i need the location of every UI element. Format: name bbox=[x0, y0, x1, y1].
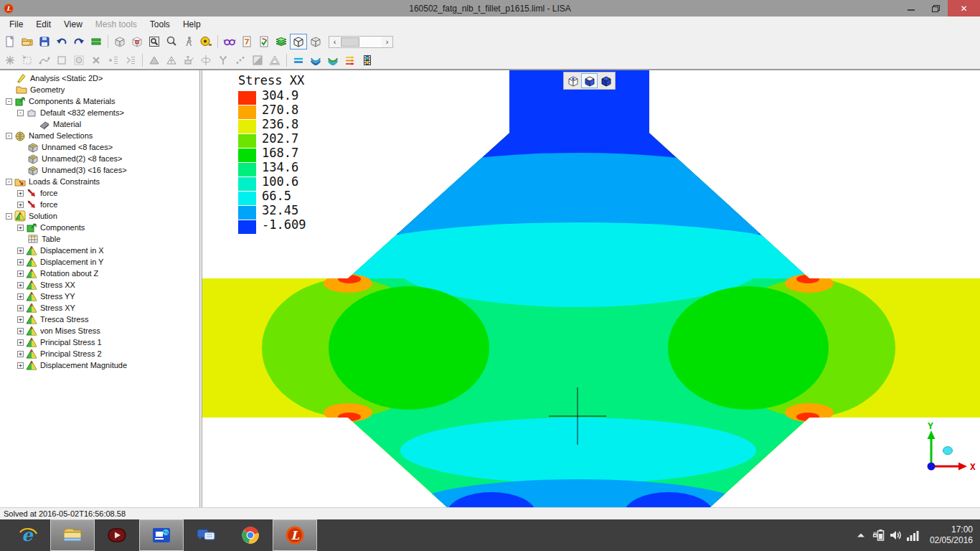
tree-item-named-selections[interactable]: -Named Selections bbox=[0, 130, 199, 141]
contour-lines-button[interactable] bbox=[290, 52, 307, 68]
tree-item-force[interactable]: +force bbox=[0, 187, 199, 199]
menu-help[interactable]: Help bbox=[176, 17, 207, 32]
expand-box[interactable]: + bbox=[17, 293, 24, 300]
wireframe-cube-button[interactable] bbox=[111, 34, 128, 50]
tree-item-default-832-elements[interactable]: -Default <832 elements> bbox=[0, 107, 199, 118]
tree-item-components-materials[interactable]: -Components & Materials bbox=[0, 95, 199, 107]
tree-item-geometry[interactable]: Geometry bbox=[0, 84, 199, 95]
tree-item-components[interactable]: +Components bbox=[0, 222, 199, 233]
menu-tools[interactable]: Tools bbox=[143, 17, 176, 32]
tray-network-icon[interactable] bbox=[904, 519, 921, 551]
expand-box[interactable]: + bbox=[17, 351, 24, 357]
collapse-box[interactable]: - bbox=[17, 110, 24, 116]
undo-button[interactable] bbox=[53, 34, 70, 50]
save-button[interactable] bbox=[36, 34, 53, 50]
expand-box[interactable]: + bbox=[17, 225, 24, 231]
tree-item-material[interactable]: Material bbox=[0, 118, 199, 130]
contour-smooth-button[interactable] bbox=[324, 52, 341, 68]
timestep-slider[interactable]: ‹ › bbox=[329, 36, 393, 48]
tree-item-principal-stress-2[interactable]: +Principal Stress 2 bbox=[0, 348, 199, 359]
tray-volume-icon[interactable] bbox=[887, 519, 904, 551]
wireframe-view-button[interactable] bbox=[307, 34, 324, 50]
slider-left-arrow[interactable]: ‹ bbox=[329, 37, 340, 47]
expand-box[interactable]: + bbox=[17, 190, 24, 197]
taskbar-chrome[interactable] bbox=[228, 519, 273, 551]
shaded-cube-button[interactable] bbox=[581, 73, 598, 88]
viewport-canvas[interactable]: Stress XX 304.9270.8236.8202.7168.7134.6… bbox=[202, 70, 980, 507]
taskbar-media-player[interactable] bbox=[95, 519, 139, 551]
view-menu-button[interactable] bbox=[88, 34, 105, 50]
expand-box[interactable]: + bbox=[17, 202, 24, 208]
taskbar-lisa[interactable]: L bbox=[273, 519, 317, 551]
collapse-box[interactable]: - bbox=[6, 213, 12, 220]
expand-box[interactable]: + bbox=[17, 316, 24, 323]
shaded-view-button[interactable] bbox=[290, 34, 307, 50]
tree-item-force[interactable]: +force bbox=[0, 199, 199, 210]
expand-box[interactable]: + bbox=[17, 248, 24, 254]
tree-item-table[interactable]: Table bbox=[0, 233, 199, 245]
display-options-button[interactable] bbox=[221, 34, 238, 50]
taskbar-file-explorer[interactable] bbox=[50, 519, 95, 551]
layers-button[interactable] bbox=[273, 34, 290, 50]
measure-button[interactable] bbox=[197, 34, 215, 50]
tree-item-tresca-stress[interactable]: +Tresca Stress bbox=[0, 314, 199, 325]
expand-box[interactable]: + bbox=[17, 339, 24, 346]
walkthrough-button[interactable] bbox=[180, 34, 197, 50]
tree-item-stress-yy[interactable]: +Stress YY bbox=[0, 291, 199, 302]
new-button[interactable] bbox=[1, 34, 19, 50]
load-arrows-button[interactable] bbox=[341, 52, 359, 68]
minimize-button[interactable] bbox=[899, 0, 923, 17]
tree-item-displacement-magnitude[interactable]: +Displacement Magnitude bbox=[0, 359, 199, 371]
wireframe-cube-button[interactable] bbox=[565, 73, 581, 88]
slider-thumb[interactable] bbox=[341, 37, 359, 47]
tree-item-loads-constraints[interactable]: -Loads & Constraints bbox=[0, 176, 199, 187]
menu-file[interactable]: File bbox=[3, 17, 29, 32]
tree-item-solution[interactable]: -Solution bbox=[0, 210, 199, 222]
expand-box[interactable]: + bbox=[17, 259, 24, 265]
node-sequence-button bbox=[105, 52, 122, 68]
tree-item-rotation-about-z[interactable]: +Rotation about Z bbox=[0, 268, 199, 279]
solid-cube-button[interactable] bbox=[598, 73, 614, 88]
expand-box[interactable]: + bbox=[17, 328, 24, 334]
taskbar-clock[interactable]: 17:00 02/05/2016 bbox=[921, 524, 980, 546]
taskbar-remote-desktop[interactable] bbox=[139, 519, 184, 551]
taskbar-messaging[interactable] bbox=[184, 519, 228, 551]
tree-item-stress-xy[interactable]: +Stress XY bbox=[0, 302, 199, 314]
annotation-page-button[interactable] bbox=[255, 34, 273, 50]
expand-box[interactable]: + bbox=[17, 305, 24, 311]
tree-item-unnamed-3-16-faces[interactable]: Unnamed(3) <16 faces> bbox=[0, 164, 199, 176]
close-button[interactable]: ✕ bbox=[948, 0, 980, 17]
tree-item-unnamed-2-8-faces[interactable]: Unnamed(2) <8 faces> bbox=[0, 153, 199, 164]
tree-item-von-mises-stress[interactable]: +von Mises Stress bbox=[0, 325, 199, 336]
tree-item-displacement-in-x[interactable]: +Displacement in X bbox=[0, 245, 199, 256]
expand-box[interactable]: + bbox=[17, 270, 24, 277]
tray-battery-icon[interactable] bbox=[870, 519, 887, 551]
expand-box[interactable]: + bbox=[17, 282, 24, 288]
tree-item-stress-xx[interactable]: +Stress XX bbox=[0, 279, 199, 291]
menu-edit[interactable]: Edit bbox=[29, 17, 57, 32]
element-orientation-button[interactable] bbox=[128, 34, 146, 50]
redo-button[interactable] bbox=[70, 34, 88, 50]
tree-item-unnamed-8-faces[interactable]: Unnamed <8 faces> bbox=[0, 141, 199, 153]
contour-bands-button[interactable] bbox=[307, 52, 324, 68]
tree-item-displacement-in-y[interactable]: +Displacement in Y bbox=[0, 256, 199, 268]
legend-swatch bbox=[238, 105, 256, 119]
slider-right-arrow[interactable]: › bbox=[382, 37, 392, 47]
collapse-box[interactable]: - bbox=[6, 133, 12, 139]
open-button[interactable] bbox=[19, 34, 36, 50]
zoom-button[interactable] bbox=[163, 34, 180, 50]
tree-item-principal-stress-1[interactable]: +Principal Stress 1 bbox=[0, 336, 199, 348]
fea-model[interactable] bbox=[202, 70, 980, 507]
collapse-box[interactable]: - bbox=[6, 98, 12, 105]
slider-track[interactable] bbox=[340, 37, 382, 47]
tray-hidden-icons-icon[interactable] bbox=[852, 519, 870, 551]
taskbar-internet-explorer[interactable]: e bbox=[6, 519, 50, 551]
collapse-box[interactable]: - bbox=[6, 179, 12, 185]
restore-button[interactable] bbox=[923, 0, 948, 17]
help-page-button[interactable]: 7 bbox=[238, 34, 255, 50]
expand-box[interactable]: + bbox=[17, 362, 24, 369]
zoom-window-button[interactable] bbox=[146, 34, 163, 50]
animate-button[interactable] bbox=[359, 52, 376, 68]
tree-item-analysis-static-2d[interactable]: Analysis <Static 2D> bbox=[0, 72, 199, 84]
menu-view[interactable]: View bbox=[57, 17, 89, 32]
